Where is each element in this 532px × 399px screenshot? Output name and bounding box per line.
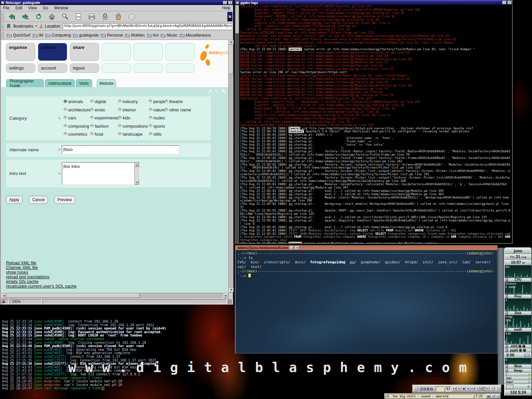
toolbar-reload-button[interactable]	[33, 12, 45, 21]
player-menu-button[interactable]: ♪	[414, 387, 418, 391]
category-option-cars[interactable]: cars	[64, 115, 76, 120]
resize-grip[interactable]	[227, 299, 232, 304]
help-icon[interactable]: ?	[214, 89, 219, 94]
play-button[interactable]: ►	[457, 387, 461, 391]
toolbar-stop-button[interactable]	[126, 12, 138, 21]
tab-addressbook[interactable]: Addressbook	[45, 79, 75, 87]
ppp0-label[interactable]: ppp0	[505, 348, 531, 352]
iconify-button[interactable]: O	[490, 387, 495, 391]
link-empty-gfx-cache[interactable]: empty Gfx cache	[6, 279, 76, 284]
location-icon[interactable]	[39, 24, 43, 29]
toolbar-back-button[interactable]	[6, 12, 18, 21]
toolbar-print-button[interactable]	[86, 12, 98, 21]
personal-bookmark-quicksurf[interactable]: QuickSurf	[7, 33, 31, 38]
category-option-architecture[interactable]: architecture	[64, 107, 91, 112]
personal-bookmark-im[interactable]: IM	[33, 33, 43, 38]
category-option-theatre[interactable]: theatre	[165, 99, 183, 104]
personal-bookmark-guideguide[interactable]: guideguide	[73, 33, 99, 38]
wrench-icon[interactable]	[207, 89, 212, 94]
cpu-chart[interactable]: 0%	[505, 265, 531, 278]
show-html-option-always[interactable]: always	[64, 292, 77, 293]
proc-chart[interactable]: 83 procs 5 users	[505, 282, 531, 295]
show-html-option-never[interactable]: never	[32, 292, 43, 293]
category-option-erotic[interactable]: erotic	[90, 107, 105, 112]
category-option-animals[interactable]: animals	[64, 99, 83, 104]
close-button[interactable]: ×	[508, 1, 512, 4]
personal-bookmark-music[interactable]: Music	[161, 33, 177, 38]
vertical-scrollbar[interactable]: ▲ ▼	[228, 40, 233, 293]
nav-share-button[interactable]: share	[70, 43, 99, 61]
scroll-left-icon[interactable]: ◄	[1, 293, 6, 298]
security-status-icon[interactable]	[1, 299, 9, 304]
menu-help[interactable]: Help	[221, 5, 231, 11]
shell-terminal[interactable]: ,-(~/moo)-------------------------------…	[235, 250, 497, 353]
next-button[interactable]: ►►	[471, 387, 475, 391]
pause-button[interactable]: ▮▮	[462, 387, 466, 391]
key-icon[interactable]	[221, 89, 226, 94]
scroll-down-icon[interactable]: ▼	[229, 288, 234, 293]
category-option-digital[interactable]: digital	[90, 99, 106, 104]
netscape-titlebar[interactable]: Netscape: guideguide □ ×	[0, 0, 233, 5]
mail-panel[interactable]: -/-	[505, 384, 531, 390]
pause-button[interactable]: ▮▮	[486, 394, 490, 398]
scrollbar-thumb[interactable]	[7, 294, 140, 298]
menu-edit[interactable]: Edit	[15, 5, 23, 11]
netscape-logo[interactable]: N	[227, 12, 232, 21]
category-option-kids[interactable]: kids	[118, 115, 130, 120]
personal-bookmark-miscellaneous[interactable]: Miscellaneous	[180, 33, 211, 38]
toolbar-my-netscape-button[interactable]: My	[72, 12, 84, 21]
eject-button[interactable]: ▲	[475, 387, 480, 391]
close-button[interactable]: X	[496, 387, 500, 391]
location-input[interactable]: http://juno:8000/gg/main.pl?g=tBfvMwSKn6…	[63, 23, 232, 29]
toolbar-forward-button[interactable]	[19, 12, 31, 21]
link-change-xml-file[interactable]: Change XML file	[6, 265, 76, 270]
swap-label[interactable]: Swap	[505, 369, 531, 373]
iconify-button[interactable]: O	[491, 394, 495, 398]
link-reload-xml-file[interactable]: Reload XML file	[6, 261, 76, 265]
toolbar-grip[interactable]	[1, 12, 4, 21]
category-option-industry[interactable]: industry	[118, 99, 138, 104]
maximize-button[interactable]: □	[502, 1, 506, 4]
nav-logout-button[interactable]: logout	[70, 64, 99, 73]
personal-bookmark-computing[interactable]: Computing	[45, 33, 71, 38]
toolbar-security-button[interactable]	[99, 12, 111, 21]
category-option-experimental[interactable]: experimental	[90, 115, 119, 120]
menu-file[interactable]: File	[2, 5, 10, 11]
fs-root-panel[interactable]: /	[505, 373, 531, 376]
category-option-stills[interactable]: stills	[149, 132, 162, 137]
proc-label[interactable]: Proc	[505, 295, 531, 299]
category-option-sports[interactable]: sports	[149, 124, 165, 129]
category-option-compositions[interactable]: compositions	[118, 124, 148, 129]
eth0-chart[interactable]: 3.5K	[505, 332, 531, 344]
cancel-button[interactable]: Cancel	[29, 196, 48, 204]
bookmarks-label[interactable]: Bookmarks	[13, 24, 33, 29]
inet-chart[interactable]: 0 http 0 ftp	[505, 315, 531, 328]
clock-panel[interactable]: 10:07 47	[505, 260, 531, 265]
bookmark-icon[interactable]	[6, 24, 12, 29]
inet-label[interactable]: inet0	[505, 328, 531, 332]
date-panel[interactable]: Thu 31 Aug	[505, 254, 531, 260]
nav-account-button[interactable]: account	[38, 64, 67, 73]
toolbar-search-button[interactable]	[59, 12, 71, 21]
personal-bookmark-fun[interactable]: fun	[147, 33, 159, 38]
eth0-label[interactable]: eth0	[505, 344, 531, 348]
ppp-chart[interactable]: 0	[505, 358, 531, 364]
maximize-button[interactable]: □	[223, 1, 227, 4]
disk-label[interactable]: Disk	[505, 311, 531, 315]
prev-button[interactable]: ◄◄	[452, 387, 457, 391]
category-option-nature[interactable]: nature	[149, 107, 166, 112]
toolbar-grip[interactable]	[1, 31, 4, 39]
scrollbar-thumb[interactable]	[229, 45, 233, 74]
nav-settings-button[interactable]: settings	[6, 64, 35, 73]
textarea-scrollbar[interactable]: ▲▼	[134, 163, 139, 185]
link-reload-text-translations[interactable]: reload text translations	[6, 275, 76, 279]
personal-bookmark-personal[interactable]: Personal	[101, 33, 123, 38]
horizontal-scrollbar[interactable]: ◄ ►	[1, 293, 228, 298]
mem-label[interactable]: Mem	[505, 364, 531, 368]
disk-chart[interactable]: 4	[505, 299, 531, 311]
nav-organise-button[interactable]: organise	[6, 43, 35, 61]
personal-bookmark-mobiles[interactable]: Mobiles	[125, 33, 145, 38]
tab-visits[interactable]: Visits	[76, 79, 92, 87]
bar-grip[interactable]	[435, 386, 435, 392]
apply-button[interactable]: Apply	[6, 196, 23, 204]
